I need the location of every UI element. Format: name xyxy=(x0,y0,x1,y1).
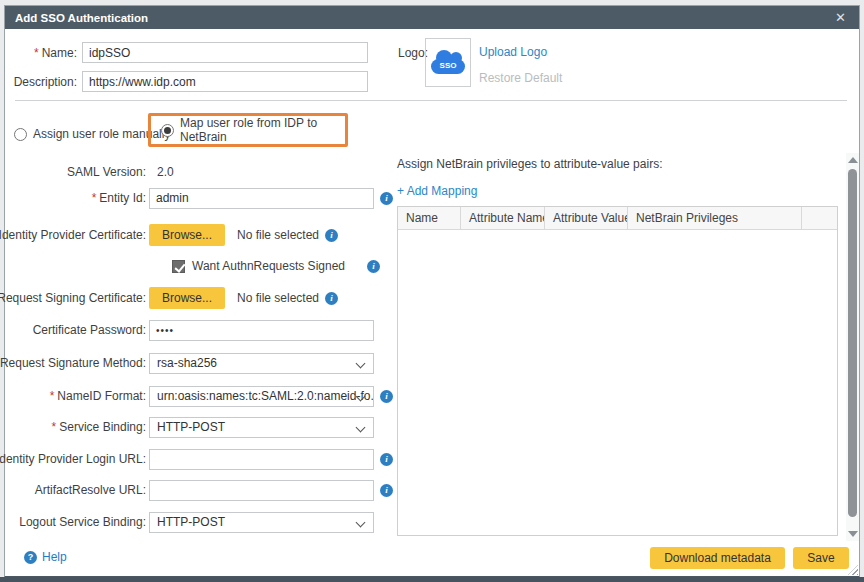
idp-login-url-label: * Identity Provider Login URL: xyxy=(5,452,146,466)
add-mapping-link[interactable]: + Add Mapping xyxy=(397,184,477,198)
column-header-attribute-value[interactable]: Attribute Value ... xyxy=(545,207,628,229)
entity-id-field[interactable] xyxy=(149,188,374,209)
radio-unselected-icon[interactable] xyxy=(14,128,27,141)
help-link[interactable]: ? Help xyxy=(24,550,67,564)
sso-logo: SSO xyxy=(425,38,471,87)
mapping-table-header: Name Attribute Name ... Attribute Value … xyxy=(398,207,837,230)
request-signing-certificate-label: Request Signing Certificate: xyxy=(5,291,146,305)
column-header-name[interactable]: Name xyxy=(398,207,461,229)
chevron-down-icon xyxy=(356,422,366,432)
logo-label: Logo: xyxy=(398,46,428,60)
radio-map-idp-label: Map user role from IDP to NetBrain xyxy=(180,116,345,144)
request-signing-certificate-file-status: No file selected xyxy=(237,291,319,305)
saml-version-value: 2.0 xyxy=(149,165,174,179)
authn-signed-checkbox[interactable] xyxy=(172,260,185,273)
service-binding-select[interactable]: HTTP-POST xyxy=(149,417,374,438)
request-signature-method-label: Request Signature Method: xyxy=(5,356,146,370)
description-label: Description: xyxy=(5,75,77,89)
required-marker: * xyxy=(34,46,39,60)
dialog-titlebar: Add SSO Authentication ✕ xyxy=(5,6,859,29)
nameid-format-label: * NameID Format: xyxy=(5,389,146,403)
column-header-attribute-name[interactable]: Attribute Name ... xyxy=(461,207,545,229)
artifact-resolve-url-label: ArtifactResolve URL: xyxy=(5,483,146,497)
idp-certificate-label: Identity Provider Certificate: xyxy=(5,228,146,242)
close-icon[interactable]: ✕ xyxy=(832,10,849,25)
page-background-strip xyxy=(0,577,864,582)
request-signature-method-row: Request Signature Method: rsa-sha256 xyxy=(5,352,374,374)
radio-selected-icon[interactable] xyxy=(161,124,174,137)
authn-signed-info-icon[interactable]: i xyxy=(367,260,380,273)
entity-id-row: * Entity Id: i xyxy=(5,187,393,209)
entity-id-label: * Entity Id: xyxy=(5,191,146,205)
artifact-resolve-url-field[interactable] xyxy=(149,480,374,501)
authn-signed-row: Want AuthnRequests Signed i xyxy=(172,255,380,277)
saml-version-row: SAML Version: 2.0 xyxy=(5,161,174,183)
help-icon: ? xyxy=(24,551,37,564)
artifact-resolve-url-row: ArtifactResolve URL: i xyxy=(5,479,393,501)
resize-handle[interactable] xyxy=(848,565,858,575)
name-field[interactable] xyxy=(82,42,368,63)
nameid-format-info-icon[interactable]: i xyxy=(380,390,393,403)
mapping-panel-title: Assign NetBrain privileges to attribute-… xyxy=(397,157,662,171)
nameid-format-row: * NameID Format: urn:oasis:names:tc:SAML… xyxy=(5,385,393,407)
logout-service-binding-label: Logout Service Binding: xyxy=(5,515,146,529)
radio-map-idp[interactable]: Map user role from IDP to NetBrain xyxy=(161,116,345,144)
certificate-password-field[interactable] xyxy=(149,320,374,341)
dialog-body: * Name: Description: Logo: SSO Upload Lo… xyxy=(5,29,859,576)
idp-certificate-row: Identity Provider Certificate: Browse...… xyxy=(5,224,338,246)
authn-signed-label: Want AuthnRequests Signed xyxy=(192,259,345,273)
chevron-down-icon xyxy=(356,358,366,368)
section-divider xyxy=(15,100,847,101)
mapping-table: Name Attribute Name ... Attribute Value … xyxy=(397,206,838,536)
request-signing-certificate-info-icon[interactable]: i xyxy=(325,292,338,305)
orange-highlight-box: Map user role from IDP to NetBrain xyxy=(148,113,348,147)
logout-service-binding-row: Logout Service Binding: HTTP-POST xyxy=(5,511,374,533)
scroll-down-icon[interactable] xyxy=(848,531,858,537)
dialog-title: Add SSO Authentication xyxy=(15,12,148,24)
download-metadata-button[interactable]: Download metadata xyxy=(650,547,785,569)
upload-logo-link[interactable]: Upload Logo xyxy=(479,45,547,59)
chevron-down-icon xyxy=(356,517,366,527)
column-header-empty xyxy=(802,207,837,229)
idp-login-url-field[interactable] xyxy=(149,449,374,470)
idp-certificate-file-status: No file selected xyxy=(237,228,319,242)
vertical-scrollbar[interactable] xyxy=(846,153,859,541)
column-header-netbrain-privileges[interactable]: NetBrain Privileges xyxy=(628,207,802,229)
request-signing-certificate-browse-button[interactable]: Browse... xyxy=(149,287,225,309)
service-binding-label: * Service Binding: xyxy=(5,420,146,434)
idp-certificate-info-icon[interactable]: i xyxy=(325,229,338,242)
saml-version-label: SAML Version: xyxy=(5,165,146,179)
service-binding-row: * Service Binding: HTTP-POST xyxy=(5,416,374,438)
mapping-table-body xyxy=(398,230,837,535)
entity-id-info-icon[interactable]: i xyxy=(380,192,393,205)
certificate-password-label: Certificate Password: xyxy=(5,323,146,337)
scroll-up-icon[interactable] xyxy=(848,157,858,163)
request-signature-method-select[interactable]: rsa-sha256 xyxy=(149,353,374,374)
idp-login-url-row: * Identity Provider Login URL: i xyxy=(5,448,393,470)
help-label: Help xyxy=(42,550,67,564)
save-button[interactable]: Save xyxy=(793,547,849,569)
nameid-format-select[interactable]: urn:oasis:names:tc:SAML:2.0:nameid-fo... xyxy=(149,386,374,407)
name-label: * Name: xyxy=(5,46,77,60)
idp-login-url-info-icon[interactable]: i xyxy=(380,453,393,466)
radio-assign-manual[interactable]: Assign user role manually xyxy=(14,123,170,145)
restore-default-link: Restore Default xyxy=(479,71,562,85)
idp-certificate-browse-button[interactable]: Browse... xyxy=(149,224,225,246)
sso-badge-text: SSO xyxy=(431,61,465,70)
description-field[interactable] xyxy=(82,71,368,92)
add-sso-authentication-dialog: Add SSO Authentication ✕ * Name: Descrip… xyxy=(4,5,860,578)
scrollbar-thumb[interactable] xyxy=(848,169,857,517)
certificate-password-row: Certificate Password: xyxy=(5,319,374,341)
cloud-icon: SSO xyxy=(431,59,465,74)
artifact-resolve-url-info-icon[interactable]: i xyxy=(380,484,393,497)
request-signing-certificate-row: Request Signing Certificate: Browse... N… xyxy=(5,287,338,309)
logout-service-binding-select[interactable]: HTTP-POST xyxy=(149,512,374,533)
